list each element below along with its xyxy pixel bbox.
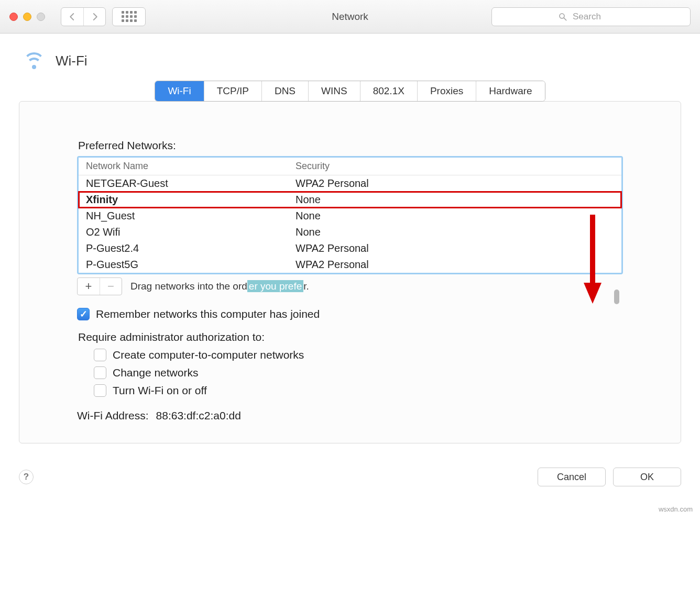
remember-networks-checkbox-row[interactable]: Remember networks this computer has join… (77, 308, 623, 320)
table-row[interactable]: O2 WifiNone (79, 224, 621, 240)
search-field-wrap[interactable] (491, 7, 691, 26)
network-name: NH_Guest (79, 210, 293, 222)
require-admin-option[interactable]: Turn Wi-Fi on or off (94, 384, 623, 397)
image-attribution: wsxdn.com (0, 502, 700, 520)
network-security: WPA2 Personal (293, 177, 621, 190)
add-remove-row: + − Drag networks into the order you pre… (77, 277, 623, 295)
search-icon (558, 12, 567, 21)
help-button[interactable]: ? (19, 470, 34, 484)
network-security: None (293, 226, 621, 238)
traffic-lights (9, 13, 45, 21)
close-window-icon[interactable] (9, 13, 18, 21)
sheet-footer: ? Cancel OK (19, 468, 681, 486)
require-admin-label: Create computer-to-computer networks (113, 349, 304, 361)
wifi-address-label: Wi-Fi Address: (77, 409, 149, 422)
remove-network-button[interactable]: − (100, 278, 122, 295)
show-all-prefs-button[interactable] (112, 7, 146, 26)
require-admin-checkbox[interactable] (94, 366, 106, 379)
add-network-button[interactable]: + (78, 278, 100, 295)
tab-bar: Wi-FiTCP/IPDNSWINS802.1XProxiesHardware (19, 81, 681, 102)
svg-line-1 (564, 18, 566, 20)
wifi-icon (22, 51, 46, 70)
table-header-row: Network Name Security (79, 158, 621, 175)
wifi-address-value: 88:63:df:c2:a0:dd (156, 409, 241, 422)
nav-forward-button[interactable] (83, 8, 105, 26)
watermark-overlay: er you prefe (247, 280, 303, 292)
require-admin-checkbox[interactable] (94, 384, 106, 397)
minimize-window-icon[interactable] (23, 13, 31, 21)
drag-hint-post: r. (303, 281, 309, 292)
zoom-window-icon[interactable] (37, 13, 45, 21)
table-body: NETGEAR-GuestWPA2 PersonalXfinityNoneNH_… (79, 175, 621, 273)
network-name: O2 Wifi (79, 226, 293, 238)
network-name: P-Guest2.4 (79, 242, 293, 254)
cancel-button[interactable]: Cancel (538, 468, 606, 486)
remember-networks-label: Remember networks this computer has join… (96, 308, 320, 320)
svg-point-0 (560, 14, 564, 18)
add-remove-buttons: + − (77, 277, 122, 295)
pane-title: Wi-Fi (56, 53, 88, 69)
drag-hint: Drag networks into the order you prefer. (130, 281, 309, 292)
window-titlebar: Network (0, 0, 700, 34)
table-row[interactable]: P-Guest2.4WPA2 Personal (79, 240, 621, 257)
network-name: P-Guest5G (79, 259, 293, 271)
tab-wi-fi[interactable]: Wi-Fi (155, 81, 203, 101)
require-admin-label: Require administrator authorization to: (78, 331, 623, 343)
scrollbar-thumb[interactable] (614, 290, 619, 304)
scrollbar-track[interactable] (613, 196, 619, 270)
require-admin-label: Change networks (113, 366, 198, 379)
tab-dns[interactable]: DNS (261, 81, 308, 101)
network-security: None (293, 210, 621, 222)
remember-networks-checkbox[interactable] (77, 308, 90, 320)
column-header-security[interactable]: Security (293, 161, 621, 172)
pane-header: Wi-Fi (22, 51, 681, 70)
network-security: None (293, 194, 621, 206)
tab-wins[interactable]: WINS (308, 81, 360, 101)
preferred-networks-label: Preferred Networks: (78, 139, 623, 152)
wifi-address-row: Wi-Fi Address: 88:63:df:c2:a0:dd (77, 409, 623, 422)
network-security: WPA2 Personal (293, 259, 621, 271)
require-admin-option[interactable]: Change networks (94, 366, 623, 379)
require-admin-option[interactable]: Create computer-to-computer networks (94, 349, 623, 361)
tab-802-1x[interactable]: 802.1X (360, 81, 417, 101)
drag-hint-pre: Drag networks into the ord (130, 281, 247, 292)
wifi-advanced-panel: Preferred Networks: Network Name Securit… (19, 101, 681, 443)
table-row[interactable]: XfinityNone (79, 192, 621, 208)
table-row[interactable]: NETGEAR-GuestWPA2 Personal (79, 175, 621, 192)
ok-button[interactable]: OK (613, 468, 681, 486)
network-name: NETGEAR-Guest (79, 177, 293, 190)
chevron-left-icon (68, 12, 77, 21)
tab-proxies[interactable]: Proxies (417, 81, 476, 101)
search-input[interactable] (572, 11, 624, 23)
chevron-right-icon (90, 12, 100, 21)
prefs-sheet: Wi-Fi Wi-FiTCP/IPDNSWINS802.1XProxiesHar… (0, 34, 700, 502)
require-admin-label: Turn Wi-Fi on or off (113, 384, 207, 397)
require-admin-checkbox[interactable] (94, 349, 106, 361)
apps-grid-icon (122, 11, 137, 22)
column-header-network-name[interactable]: Network Name (79, 161, 293, 172)
tab-tcp-ip[interactable]: TCP/IP (204, 81, 261, 101)
preferred-networks-table[interactable]: Network Name Security NETGEAR-GuestWPA2 … (77, 156, 623, 274)
table-row[interactable]: P-Guest5GWPA2 Personal (79, 257, 621, 273)
nav-back-button[interactable] (61, 8, 83, 26)
tab-hardware[interactable]: Hardware (476, 81, 544, 101)
table-row[interactable]: NH_GuestNone (79, 208, 621, 224)
network-security: WPA2 Personal (293, 242, 621, 254)
network-name: Xfinity (79, 194, 293, 206)
nav-back-forward (61, 7, 106, 26)
